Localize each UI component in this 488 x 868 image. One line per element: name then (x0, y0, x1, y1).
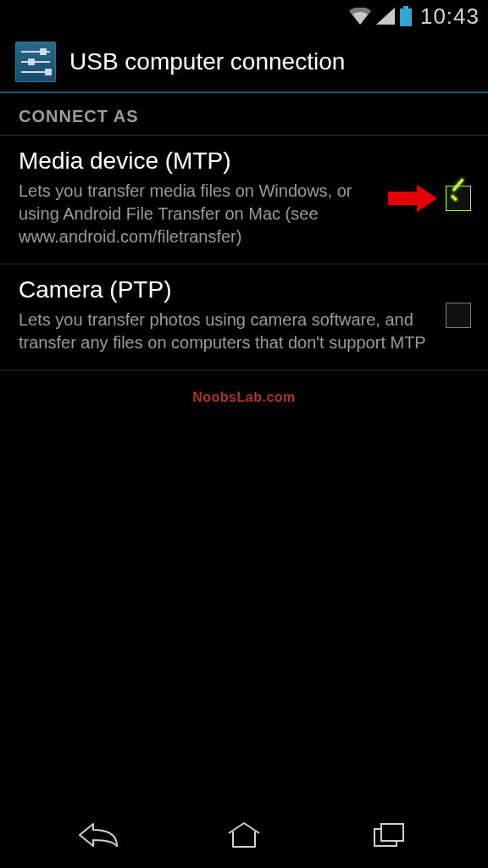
app-bar: USB computer connection (0, 32, 488, 93)
recent-apps-button[interactable] (356, 815, 424, 855)
status-time: 10:43 (420, 3, 480, 30)
nav-bar (0, 802, 488, 868)
option-mtp[interactable]: Media device (MTP) Lets you transfer med… (0, 136, 488, 264)
option-title: Media device (MTP) (19, 147, 380, 175)
option-desc: Lets you transfer media files on Windows… (19, 180, 380, 248)
settings-sliders-icon (15, 42, 56, 82)
svg-rect-3 (381, 824, 403, 841)
option-ptp[interactable]: Camera (PTP) Lets you transfer photos us… (0, 264, 488, 370)
back-button[interactable] (64, 815, 132, 855)
home-button[interactable] (210, 815, 278, 855)
page-title: USB computer connection (69, 48, 345, 75)
option-mtp-checkbox[interactable] (446, 186, 471, 211)
option-ptp-checkbox[interactable] (446, 303, 471, 328)
wifi-icon (349, 8, 371, 25)
section-header: CONNECT AS (0, 93, 488, 136)
option-desc: Lets you transfer photos using camera so… (19, 309, 437, 354)
watermark: NoobsLab.com (192, 390, 296, 405)
status-bar: 10:43 (0, 0, 488, 32)
svg-rect-0 (403, 6, 408, 8)
svg-rect-1 (400, 8, 412, 26)
arrow-annotation-icon (388, 185, 437, 212)
option-title: Camera (PTP) (19, 276, 437, 303)
battery-icon (400, 6, 412, 26)
signal-icon (376, 8, 395, 25)
